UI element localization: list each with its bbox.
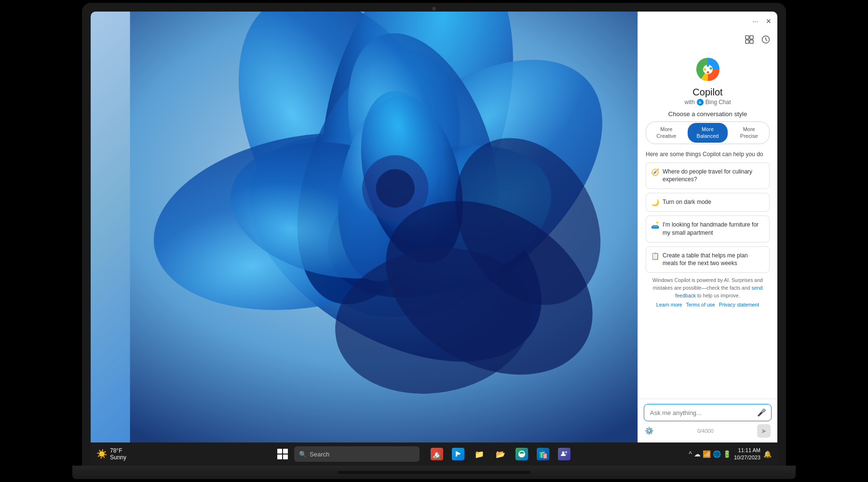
suggestion-furniture-text: I'm looking for handmade furniture for m… — [663, 221, 759, 236]
svg-rect-20 — [750, 40, 753, 43]
app-icon-2: 📁 — [473, 448, 486, 460]
taskbar-app-6[interactable] — [555, 444, 574, 464]
learn-more-link[interactable]: Learn more — [656, 301, 682, 309]
table-icon: 📋 — [651, 252, 659, 261]
mic-button[interactable]: 🎤 — [757, 408, 766, 417]
plugins-icon[interactable] — [744, 34, 755, 45]
taskbar-app-1[interactable] — [448, 444, 468, 464]
bing-logo: b — [697, 99, 704, 106]
travel-icon: 🧭 — [651, 168, 659, 177]
copilot-content: Copilot with b Bing Chat Choose a conver… — [638, 48, 777, 399]
win-grid-4 — [283, 455, 288, 459]
terms-link[interactable]: Terms of use — [686, 301, 715, 309]
copilot-logo — [694, 56, 721, 83]
chat-input-box: 🎤 — [644, 404, 772, 421]
send-button[interactable]: ➤ — [757, 424, 771, 438]
app-icon-3: 📂 — [494, 448, 507, 460]
weather-condition: Sunny — [110, 454, 126, 461]
suggestion-travel-text: Where do people travel for culinary expe… — [663, 168, 752, 183]
svg-point-23 — [706, 65, 709, 67]
taskbar-app-2[interactable]: 📁 — [470, 444, 489, 464]
taskbar-center: 🔍 Search 🏔️ — [174, 444, 675, 464]
taskbar-right: ^ ☁ 📶 🌐 🔋 11:11 AM 10/27/2023 🔔 — [675, 447, 772, 462]
weather-text: 78°F Sunny — [110, 447, 126, 461]
webcam — [432, 7, 436, 11]
more-precise-button[interactable]: MorePrecise — [729, 122, 769, 144]
search-bar-label: Search — [310, 451, 329, 458]
windows-logo-grid — [277, 449, 288, 459]
suggestion-meals-text: Create a table that helps me plan meals … — [663, 252, 748, 267]
copilot-panel: ··· ✕ — [637, 12, 777, 442]
laptop-base — [72, 466, 796, 479]
chat-options-icon[interactable]: ⚙️ — [645, 427, 654, 435]
copilot-titlebar: ··· ✕ — [638, 12, 777, 31]
weather-temp: 78°F — [110, 447, 126, 454]
taskbar-left: ☀️ 78°F Sunny — [96, 447, 174, 461]
suggestion-travel[interactable]: 🧭 Where do people travel for culinary ex… — [646, 162, 770, 189]
svg-point-24 — [709, 67, 712, 70]
win-grid-1 — [277, 449, 282, 454]
sys-tray-icons: ^ ☁ 📶 🌐 🔋 — [689, 450, 731, 458]
copilot-toolbar — [638, 31, 777, 48]
suggestion-darkmode[interactable]: 🌙 Turn on dark mode — [646, 193, 770, 212]
win-grid-2 — [283, 449, 288, 454]
windows-start-button[interactable] — [275, 446, 290, 462]
taskbar-apps: 🏔️ 📁 � — [427, 444, 574, 464]
desktop: ··· ✕ — [91, 12, 777, 442]
taskbar-app-0[interactable]: 🏔️ — [427, 444, 447, 464]
copilot-subtitle: with b Bing Chat — [684, 99, 731, 106]
help-section-title: Here are some things Copilot can help yo… — [646, 151, 770, 158]
taskbar-app-5[interactable]: 🛍️ — [533, 444, 553, 464]
suggestion-darkmode-text: Turn on dark mode — [663, 199, 711, 205]
copilot-title: Copilot — [692, 87, 722, 98]
battery-icon[interactable]: 🔋 — [723, 450, 731, 458]
search-bar[interactable]: 🔍 Search — [294, 446, 420, 462]
svg-point-13 — [376, 169, 415, 208]
conv-style-label: Choose a conversation style — [646, 110, 770, 118]
conv-style-buttons: MoreCreative MoreBalanced MorePrecise — [646, 121, 770, 144]
send-icon: ➤ — [761, 427, 767, 435]
disclaimer-links: Learn more Terms of use Privacy statemen… — [648, 301, 768, 309]
furniture-icon: 🛋️ — [651, 221, 659, 230]
notification-icon[interactable]: 🔔 — [763, 450, 772, 458]
weather-widget[interactable]: ☀️ 78°F Sunny — [96, 447, 126, 461]
more-options-button[interactable]: ··· — [751, 17, 759, 25]
close-button[interactable]: ✕ — [765, 17, 773, 25]
clock-date: 10/27/2023 — [734, 454, 760, 461]
taskbar: ☀️ 78°F Sunny — [91, 442, 777, 466]
suggestion-furniture[interactable]: 🛋️ I'm looking for handmade furniture fo… — [646, 215, 770, 242]
app-icon-1 — [452, 448, 464, 460]
privacy-link[interactable]: Privacy statement — [719, 301, 759, 309]
svg-rect-18 — [750, 36, 753, 39]
chat-input-footer: ⚙️ 0/4000 ➤ — [644, 424, 772, 438]
char-count: 0/4000 — [697, 428, 714, 434]
copilot-logo-area: Copilot with b Bing Chat — [646, 48, 770, 110]
search-icon: 🔍 — [299, 451, 307, 458]
cloud-icon[interactable]: ☁ — [694, 450, 701, 458]
chat-footer-icons: ⚙️ — [645, 427, 654, 435]
laptop-hinge — [338, 471, 530, 474]
app-icon-0: 🏔️ — [431, 448, 443, 460]
clock-area[interactable]: 11:11 AM 10/27/2023 — [734, 447, 760, 462]
chat-input-area: 🎤 ⚙️ 0/4000 ➤ — [638, 399, 777, 442]
network-icon[interactable]: 🌐 — [713, 450, 721, 458]
svg-point-26 — [704, 68, 706, 71]
svg-rect-19 — [746, 40, 749, 43]
win-grid-3 — [277, 455, 282, 459]
history-icon[interactable] — [760, 34, 772, 45]
disclaimer: Windows Copilot is powered by AI. Surpri… — [646, 277, 770, 309]
more-creative-button[interactable]: MoreCreative — [646, 122, 687, 144]
svg-point-28 — [565, 451, 567, 453]
taskbar-app-3[interactable]: 📂 — [491, 444, 510, 464]
taskbar-app-4[interactable] — [512, 444, 531, 464]
wifi-icon[interactable]: 📶 — [703, 450, 711, 458]
app-icon-6 — [558, 448, 570, 460]
moon-icon: 🌙 — [651, 198, 659, 208]
screen-bezel: ··· ✕ — [91, 12, 777, 466]
chat-input-field[interactable] — [650, 409, 752, 416]
svg-point-25 — [706, 71, 709, 74]
suggestion-meals[interactable]: 📋 Create a table that helps me plan meal… — [646, 246, 770, 273]
chevron-up-icon[interactable]: ^ — [689, 450, 692, 458]
more-balanced-button[interactable]: MoreBalanced — [688, 123, 728, 143]
laptop-shell: ··· ✕ — [82, 3, 786, 466]
